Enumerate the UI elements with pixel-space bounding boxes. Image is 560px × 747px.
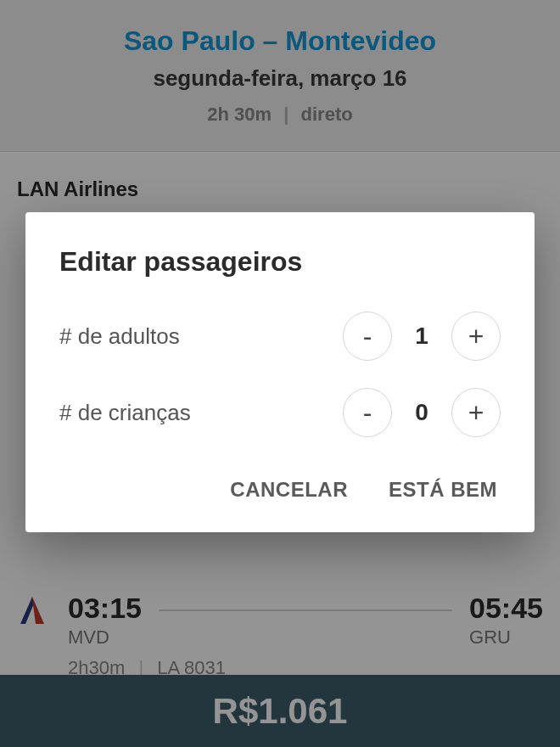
adults-stepper: # de adultos - 1 + bbox=[59, 312, 501, 361]
ok-button[interactable]: ESTÁ BEM bbox=[385, 471, 501, 508]
dialog-actions: CANCELAR ESTÁ BEM bbox=[59, 471, 501, 508]
children-decrement-button[interactable]: - bbox=[343, 388, 392, 437]
children-value: 0 bbox=[392, 399, 451, 426]
dialog-title: Editar passageiros bbox=[59, 246, 501, 278]
edit-passengers-dialog: Editar passageiros # de adultos - 1 + # … bbox=[25, 212, 535, 532]
adults-decrement-button[interactable]: - bbox=[343, 312, 392, 361]
children-label: # de crianças bbox=[59, 400, 343, 426]
children-increment-button[interactable]: + bbox=[451, 388, 501, 437]
cancel-button[interactable]: CANCELAR bbox=[227, 471, 351, 508]
children-stepper: # de crianças - 0 + bbox=[59, 388, 501, 437]
adults-label: # de adultos bbox=[59, 323, 343, 350]
adults-increment-button[interactable]: + bbox=[451, 312, 501, 361]
adults-value: 1 bbox=[392, 323, 451, 350]
